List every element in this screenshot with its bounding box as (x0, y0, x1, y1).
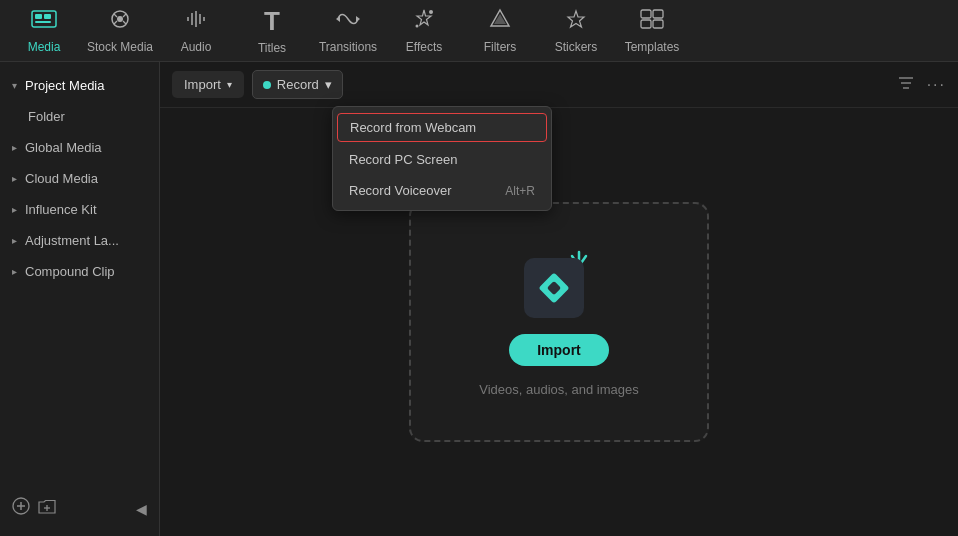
transitions-icon (335, 8, 361, 36)
filmora-logo-bg (524, 258, 584, 318)
sidebar-item-adjustment[interactable]: ▸ Adjustment La... (0, 225, 159, 256)
templates-icon (639, 8, 665, 36)
svg-rect-3 (35, 21, 51, 23)
new-folder-icon[interactable] (38, 499, 56, 519)
import-drop-zone[interactable]: Import Videos, audios, and images (409, 202, 709, 442)
toolbar-right: ··· (897, 75, 946, 94)
nav-item-stickers[interactable]: Stickers (540, 3, 612, 59)
more-options-icon[interactable]: ··· (927, 76, 946, 94)
import-icon-group (524, 248, 594, 318)
nav-item-templates[interactable]: Templates (616, 3, 688, 59)
nav-item-media[interactable]: Media (8, 3, 80, 59)
nav-label-media: Media (28, 40, 61, 54)
sidebar-label-influence-kit: Influence Kit (25, 202, 97, 217)
sidebar-label-adjustment: Adjustment La... (25, 233, 119, 248)
dropdown-shortcut-voiceover: Alt+R (505, 184, 535, 198)
nav-label-stickers: Stickers (555, 40, 598, 54)
svg-marker-7 (336, 16, 340, 22)
sidebar-item-folder[interactable]: Folder (0, 101, 159, 132)
svg-marker-11 (494, 14, 506, 24)
import-subtext: Videos, audios, and images (479, 382, 638, 397)
svg-marker-6 (356, 16, 360, 22)
top-nav: Media Stock Media Audio (0, 0, 958, 62)
sidebar-item-influence-kit[interactable]: ▸ Influence Kit (0, 194, 159, 225)
sidebar-footer: ◀ (0, 489, 159, 528)
svg-point-9 (416, 24, 419, 27)
nav-label-effects: Effects (406, 40, 442, 54)
sidebar: ▾ Project Media Folder ▸ Global Media ▸ … (0, 62, 160, 536)
dropdown-label-pc: Record PC Screen (349, 152, 457, 167)
import-chevron-icon: ▾ (227, 79, 232, 90)
sidebar-label-project-media: Project Media (25, 78, 104, 93)
svg-rect-0 (32, 11, 56, 27)
sidebar-label-folder: Folder (28, 109, 65, 124)
dropdown-label-voiceover: Record Voiceover (349, 183, 452, 198)
dropdown-item-record-pc[interactable]: Record PC Screen (333, 144, 551, 175)
dropdown-item-record-webcam[interactable]: Record from Webcam (337, 113, 547, 142)
svg-rect-12 (641, 10, 651, 18)
titles-icon: T (264, 6, 280, 37)
svg-point-5 (117, 16, 123, 22)
chevron-right-icon-2: ▸ (12, 173, 17, 184)
dropdown-label-webcam: Record from Webcam (350, 120, 476, 135)
chevron-down-icon: ▾ (12, 80, 17, 91)
import-button[interactable]: Import ▾ (172, 71, 244, 98)
media-icon (31, 8, 57, 36)
filters-icon (487, 8, 513, 36)
nav-item-filters[interactable]: Filters (464, 3, 536, 59)
nav-item-stock-media[interactable]: Stock Media (84, 3, 156, 59)
new-media-icon[interactable] (12, 497, 30, 520)
record-label: Record (277, 77, 319, 92)
sidebar-item-compound-clip[interactable]: ▸ Compound Clip (0, 256, 159, 287)
sidebar-label-cloud-media: Cloud Media (25, 171, 98, 186)
import-area: Import Videos, audios, and images (160, 108, 958, 536)
toolbar: Import ▾ Record ▾ ··· (160, 62, 958, 108)
nav-label-filters: Filters (484, 40, 517, 54)
main-area: ▾ Project Media Folder ▸ Global Media ▸ … (0, 62, 958, 536)
nav-label-templates: Templates (625, 40, 680, 54)
collapse-icon[interactable]: ◀ (136, 501, 147, 517)
effects-icon (411, 8, 437, 36)
chevron-right-icon: ▸ (12, 142, 17, 153)
svg-rect-1 (35, 14, 42, 19)
nav-item-transitions[interactable]: Transitions (312, 3, 384, 59)
chevron-right-icon-3: ▸ (12, 204, 17, 215)
svg-rect-15 (653, 20, 663, 28)
import-label: Import (184, 77, 221, 92)
nav-label-audio: Audio (181, 40, 212, 54)
svg-rect-13 (653, 10, 663, 18)
svg-point-8 (429, 10, 433, 14)
audio-icon (185, 8, 207, 36)
stock-media-icon (107, 8, 133, 36)
nav-label-transitions: Transitions (319, 40, 377, 54)
import-action-button[interactable]: Import (509, 334, 609, 366)
content-area: Import ▾ Record ▾ ··· (160, 62, 958, 536)
record-dropdown: Record from Webcam Record PC Screen Reco… (332, 106, 552, 211)
svg-rect-2 (44, 14, 51, 19)
sidebar-item-cloud-media[interactable]: ▸ Cloud Media (0, 163, 159, 194)
sidebar-label-global-media: Global Media (25, 140, 102, 155)
record-button[interactable]: Record ▾ (252, 70, 343, 99)
nav-item-titles[interactable]: T Titles (236, 3, 308, 59)
filter-icon[interactable] (897, 75, 915, 94)
record-chevron-icon: ▾ (325, 77, 332, 92)
stickers-icon (563, 8, 589, 36)
sidebar-label-compound-clip: Compound Clip (25, 264, 115, 279)
chevron-right-icon-5: ▸ (12, 266, 17, 277)
nav-label-stock: Stock Media (87, 40, 153, 54)
sidebar-item-global-media[interactable]: ▸ Global Media (0, 132, 159, 163)
sidebar-item-project-media[interactable]: ▾ Project Media (0, 70, 159, 101)
dropdown-item-record-voiceover[interactable]: Record Voiceover Alt+R (333, 175, 551, 206)
chevron-right-icon-4: ▸ (12, 235, 17, 246)
nav-item-effects[interactable]: Effects (388, 3, 460, 59)
svg-rect-14 (641, 20, 651, 28)
nav-label-titles: Titles (258, 41, 286, 55)
nav-item-audio[interactable]: Audio (160, 3, 232, 59)
record-dot-icon (263, 81, 271, 89)
